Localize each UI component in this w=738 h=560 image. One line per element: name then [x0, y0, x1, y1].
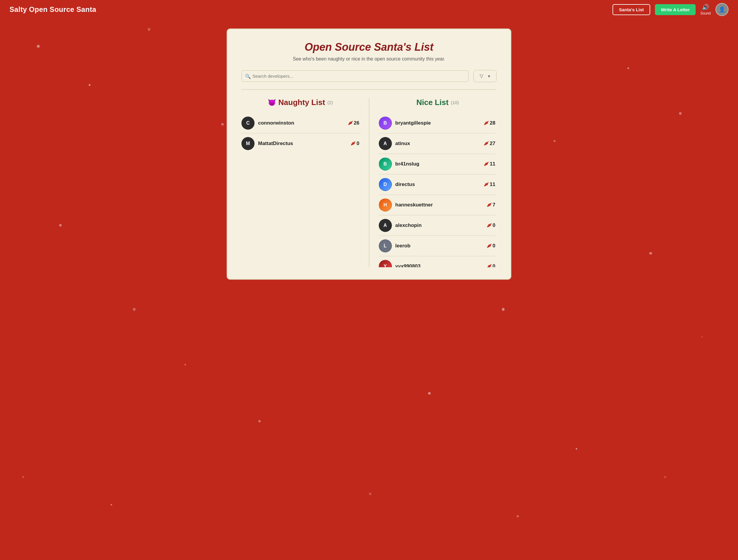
chili-icon: 🌶: [484, 141, 488, 146]
nice-list-item[interactable]: Y yyx990803 🌶 0: [379, 256, 496, 267]
controls-row: 🔍 ▽ ▾: [242, 70, 496, 82]
score: 🌶 11: [484, 161, 495, 167]
chili-icon: 🌶: [487, 264, 491, 267]
user-avatar[interactable]: 👤: [715, 3, 729, 16]
write-letter-button[interactable]: Write A Letter: [655, 4, 696, 15]
score: 🌶 27: [484, 141, 495, 146]
user-avatar-icon: C: [242, 116, 255, 130]
nice-list-item[interactable]: D directus 🌶 11: [379, 174, 496, 195]
header: Salty Open Source Santa Santa's List Wri…: [0, 0, 738, 19]
app-title: Salty Open Source Santa: [9, 5, 96, 14]
chevron-down-icon: ▾: [488, 74, 490, 79]
sound-icon: 🔊: [702, 4, 709, 11]
nice-list[interactable]: B bryantgillespie 🌶 28 A atinux 🌶 27 B b…: [379, 113, 497, 267]
naughty-list-header: 😈 Naughty List (2): [242, 98, 360, 107]
nice-list-item[interactable]: B br41nslug 🌶 11: [379, 154, 496, 174]
username: br41nslug: [395, 161, 480, 167]
nice-list-header: Nice List (10): [379, 98, 497, 107]
chili-icon: 🌶: [348, 120, 353, 126]
nice-list-item[interactable]: A alexchopin 🌶 0: [379, 215, 496, 236]
nice-list-item[interactable]: L leerob 🌶 0: [379, 236, 496, 256]
avatar-icon: 👤: [719, 6, 725, 13]
lists-row: 😈 Naughty List (2) C connorwinston 🌶 26 …: [242, 98, 496, 267]
user-avatar-icon: B: [379, 157, 392, 170]
filter-button[interactable]: ▽ ▾: [473, 70, 496, 82]
naughty-list: C connorwinston 🌶 26 M MattatDirectus 🌶 …: [242, 113, 360, 154]
naughty-emoji-icon: 😈: [268, 99, 276, 106]
card-title: Open Source Santa's List: [242, 41, 496, 53]
score: 🌶 0: [487, 222, 495, 228]
score: 🌶 0: [351, 141, 359, 146]
card-subtitle: See who's been naughty or nice in the op…: [242, 56, 496, 62]
main-content: Open Source Santa's List See who's been …: [0, 19, 738, 289]
naughty-list-item[interactable]: M MattatDirectus 🌶 0: [242, 133, 360, 154]
username: leerob: [395, 243, 483, 249]
nice-list-item[interactable]: B bryantgillespie 🌶 28: [379, 113, 496, 133]
score: 🌶 0: [487, 243, 495, 249]
search-wrapper: 🔍: [242, 70, 469, 82]
chili-icon: 🌶: [484, 182, 488, 187]
username: connorwinston: [258, 120, 344, 126]
score: 🌶 28: [484, 120, 495, 126]
user-avatar-icon: L: [379, 239, 392, 252]
nice-list-item[interactable]: A atinux 🌶 27: [379, 133, 496, 154]
username: bryantgillespie: [395, 120, 480, 126]
nice-list-title: Nice List: [416, 98, 448, 107]
chili-icon: 🌶: [487, 243, 491, 248]
naughty-list-title: Naughty List: [278, 98, 325, 107]
filter-icon: ▽: [480, 73, 483, 79]
search-icon: 🔍: [245, 73, 251, 79]
naughty-list-count: (2): [328, 100, 333, 105]
chili-icon: 🌶: [487, 223, 491, 228]
username: MattatDirectus: [258, 141, 347, 146]
user-avatar-icon: A: [379, 137, 392, 150]
search-input[interactable]: [242, 70, 469, 82]
user-avatar-icon: A: [379, 219, 392, 232]
chili-icon: 🌶: [484, 120, 488, 126]
sound-control[interactable]: 🔊 Sound: [700, 4, 711, 15]
user-avatar-icon: M: [242, 137, 255, 150]
sound-label: Sound: [700, 11, 711, 15]
divider: [242, 89, 496, 90]
score: 🌶 7: [487, 202, 495, 208]
chili-icon: 🌶: [484, 161, 488, 167]
username: yyx990803: [395, 263, 483, 267]
username: directus: [395, 181, 480, 187]
user-avatar-icon: H: [379, 198, 392, 211]
username: alexchopin: [395, 222, 483, 228]
user-avatar-icon: Y: [379, 260, 392, 267]
score: 🌶 11: [484, 181, 495, 187]
naughty-list-item[interactable]: C connorwinston 🌶 26: [242, 113, 360, 133]
nice-list-column: Nice List (10) B bryantgillespie 🌶 28 A …: [369, 98, 497, 267]
header-actions: Santa's List Write A Letter 🔊 Sound 👤: [613, 3, 729, 16]
username: hanneskuettner: [395, 202, 483, 208]
username: atinux: [395, 141, 480, 146]
score: 🌶 26: [348, 120, 360, 126]
santas-list-button[interactable]: Santa's List: [613, 4, 651, 15]
chili-icon: 🌶: [487, 202, 491, 208]
naughty-list-column: 😈 Naughty List (2) C connorwinston 🌶 26 …: [242, 98, 369, 267]
main-card: Open Source Santa's List See who's been …: [227, 28, 511, 280]
user-avatar-icon: B: [379, 116, 392, 130]
score: 🌶 0: [487, 263, 495, 267]
nice-list-count: (10): [451, 100, 459, 105]
nice-list-item[interactable]: H hanneskuettner 🌶 7: [379, 195, 496, 215]
chili-icon: 🌶: [351, 141, 355, 146]
user-avatar-icon: D: [379, 178, 392, 191]
